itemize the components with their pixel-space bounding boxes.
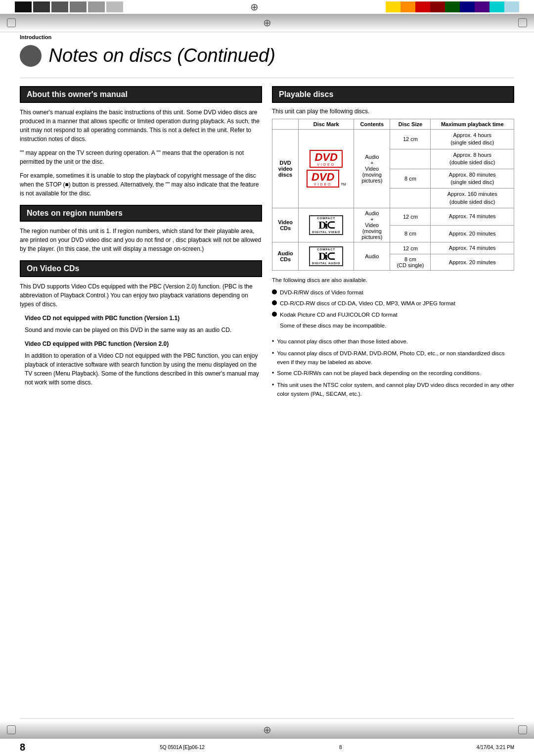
color-orange [400,1,415,12]
playable-discs-heading: Playable discs [272,86,514,103]
col-max-playback: Maximum playback time [431,119,514,129]
following-disc-2: CD-R/CD-RW discs of CD-DA, Video CD, MP3… [272,299,514,308]
color-red [415,1,430,12]
note-2: • You cannot play discs of DVD-RAM, DVD-… [272,349,514,367]
color-indigo [475,1,490,12]
table-row-acd: AudioCDs COMPACT Di⊂ DIGITAL AUDIO Audio… [272,242,514,254]
following-discs-label: The following discs are also available. [272,276,514,284]
note-text-2: You cannot play discs of DVD-RAM, DVD-RO… [277,349,514,367]
version-2-text: In addition to operation of a Video CD n… [20,351,262,387]
note-3: • Some CD-R/RWs can not be played back d… [272,369,514,378]
version-2-item: Video CD equipped with PBC function (Ver… [20,339,262,348]
acd-size-8cm: 8 cm(CD single) [390,254,431,271]
gray-block-1 [15,1,32,12]
dvd-tm: TM [341,183,346,186]
footer-left-code: 5Q 0501A [E]p06-12 [160,745,205,750]
following-disc-text-3: Kodak Picture CD and FUJICOLOR CD format [280,310,398,319]
color-blocks-right [371,0,534,14]
footer: ⊕ 8 5Q 0501A [E]p06-12 8 4/17/04, 3:21 P… [0,718,534,756]
vcd-size-12cm: 12 cm [390,208,431,226]
main-content: About this owner's manual This owner's m… [0,86,534,400]
about-text-1: This owner's manual explains the basic i… [20,108,262,143]
col-contents: Contents [354,119,390,129]
gray-block-5 [88,1,105,12]
col-category [272,119,299,129]
vcd-contents-cell: Audio+Video(movingpictures) [354,208,390,242]
acd-playback-1: Approx. 74 minutes [431,242,514,254]
about-heading: About this owner's manual [20,86,262,103]
top-crosshair-icon: ⊕ [250,1,259,13]
following-disc-1: DVD-R/RW discs of Video format [272,288,514,297]
dvd-disc-mark-cell: DVD VIDEO DVD VIDEO TM [299,129,354,208]
footer-right-mark [518,725,527,734]
note-bullet-3: • [272,369,274,378]
dvd-playback-4: Approx. 160 minutes(double sided disc) [431,189,514,208]
dvd-video-text: VIDEO [314,163,337,166]
digital-video-label: DIGITAL VIDEO [312,231,340,234]
disc-audio-text: Di⊂ [312,251,340,262]
vcd-size-8cm: 8 cm [390,225,431,242]
note-text-1: You cannot play discs other than those l… [277,337,408,346]
footer-content: 8 5Q 0501A [E]p06-12 8 4/17/04, 3:21 PM [0,739,534,756]
header-crosshair-icon: ⊕ [263,17,271,29]
digital-audio-label: DIGITAL AUDIO [312,262,340,265]
note-4: • This unit uses the NTSC color system, … [272,380,514,399]
vcd-playback-2: Approx. 20 minutes [431,225,514,242]
compact-disc-logo: COMPACT Di⊂ DIGITAL VIDEO [309,215,343,235]
gray-block-2 [33,1,50,12]
color-green [445,1,460,12]
dvd-playback-2: Approx. 8 hours(double sided disc) [431,149,514,169]
region-heading: Notes on region numbers [20,205,262,222]
color-lightblue [504,1,519,12]
bullet-icon-3 [272,312,277,317]
right-margin-mark [518,18,527,27]
dvd-contents-cell: Audio+Video(movingpictures) [354,129,390,208]
footer-band: ⊕ [0,721,534,739]
about-paragraph-1: This owner's manual explains the basic i… [20,108,262,143]
top-crosshair-container: ⊕ [138,0,371,14]
dvd-category-cell: DVDvideodiscs [272,129,299,208]
playable-discs-intro: This unit can play the following discs. [272,108,514,115]
about-text-3: For example, sometimes it is unable to s… [20,171,262,198]
following-disc-text-1: DVD-R/RW discs of Video format [280,288,363,297]
gradient-band-top: ⊕ [0,14,534,32]
vcd-playback-1: Approx. 74 minutes [431,208,514,226]
incompatible-note: Some of these discs may be incompatible. [280,321,514,330]
dvd-size-empty-1 [390,149,431,169]
region-section: Notes on region numbers The region numbe… [20,205,262,253]
video-cds-heading: On Video CDs [20,260,262,277]
video-cds-section: On Video CDs This DVD supports Video CDs… [20,260,262,387]
footer-date: 4/17/04, 3:21 PM [477,745,514,750]
dvd-logo-box: DVD VIDEO [310,150,342,168]
following-disc-3: Kodak Picture CD and FUJICOLOR CD format [272,310,514,319]
table-row-vcd: VideoCDs COMPACT Di⊂ DIGITAL VIDEO Audio… [272,208,514,226]
video-cds-intro: This DVD supports Video CDs equipped wit… [20,282,262,309]
dvd-size-8cm: 8 cm [390,169,431,189]
acd-category-cell: AudioCDs [272,242,299,271]
dvd-logo-text-2: DVD [312,172,334,183]
note-bullet-4: • [272,380,274,390]
color-teal [490,1,504,12]
left-column: About this owner's manual This owner's m… [20,86,262,400]
gray-block-6 [106,1,123,12]
acd-size-12cm: 12 cm [390,242,431,254]
footer-crosshair-icon: ⊕ [263,724,271,736]
following-discs-section: The following discs are also available. … [272,276,514,330]
disc-text: Di⊂ [312,220,340,231]
version-1-text: Sound and movie can be played on this DV… [20,326,262,334]
dvd-playback-1: Approx. 4 hours(single sided disc) [431,129,514,149]
about-paragraph-2: "" may appear on the TV screen during op… [20,148,262,166]
dvd-playback-3: Approx. 80 minutes(single sided disc) [431,169,514,189]
table-row-dvd: DVDvideodiscs DVD VIDEO DVD VIDEO [272,129,514,149]
gray-block-4 [70,1,87,12]
top-band: ⊕ [0,0,534,14]
col-disc-mark: Disc Mark [299,119,354,129]
acd-contents-cell: Audio [354,242,390,271]
region-text: The region number of this unit is 1. If … [20,227,262,253]
note-1: • You cannot play discs other than those… [272,337,514,346]
acd-disc-mark-cell: COMPACT Di⊂ DIGITAL AUDIO [299,242,354,271]
dvd-logo-text: DVD [314,152,337,163]
compact-audio-logo: COMPACT Di⊂ DIGITAL AUDIO [309,246,343,266]
about-paragraph-3: For example, sometimes it is unable to s… [20,171,262,198]
note-text-3: Some CD-R/RWs can not be played back dep… [277,369,481,378]
